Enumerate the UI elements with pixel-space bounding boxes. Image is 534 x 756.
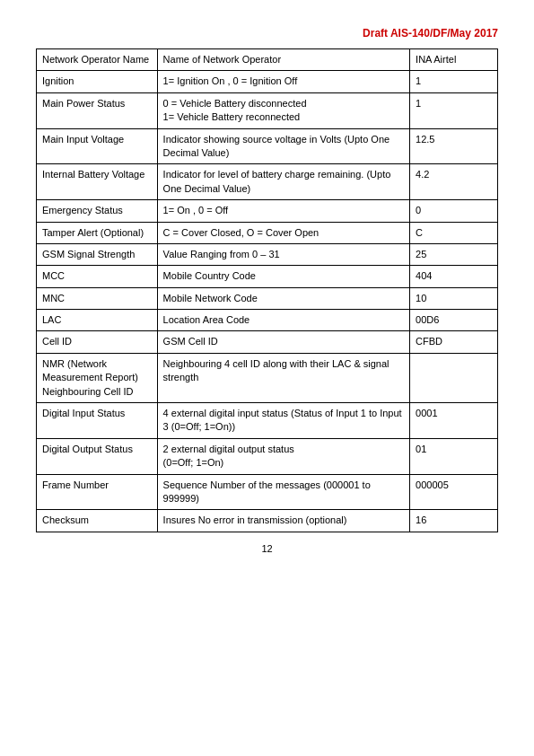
field-value-cell: 10 bbox=[410, 287, 498, 309]
field-value-cell: 000005 bbox=[410, 474, 498, 510]
table-row: LACLocation Area Code00D6 bbox=[37, 310, 498, 331]
field-name-cell: NMR (Network Measurement Report)Neighbou… bbox=[37, 353, 158, 402]
field-name-cell: Digital Input Status bbox=[37, 403, 158, 439]
field-description-cell: Value Ranging from 0 – 31 bbox=[157, 243, 409, 265]
field-description-cell: Sequence Number of the messages (000001 … bbox=[157, 474, 409, 510]
field-description-cell: Name of Network Operator bbox=[157, 49, 409, 71]
table-row: Tamper Alert (Optional)C = Cover Closed,… bbox=[37, 222, 498, 243]
field-value-cell: 1 bbox=[410, 92, 498, 128]
table-row: Frame NumberSequence Number of the messa… bbox=[37, 474, 498, 510]
field-value-cell: 0 bbox=[410, 200, 498, 222]
header-title: Draft AIS-140/DF/May 2017 bbox=[363, 27, 498, 40]
table-row: Cell IDGSM Cell IDCFBD bbox=[37, 331, 498, 353]
field-description-cell: 4 external digital input status (Status … bbox=[157, 403, 409, 439]
field-description-cell: Indicator showing source voltage in Volt… bbox=[157, 128, 409, 164]
table-row: ChecksumInsures No error in transmission… bbox=[37, 510, 498, 532]
table-row: Network Operator NameName of Network Ope… bbox=[37, 49, 498, 71]
field-name-cell: Internal Battery Voltage bbox=[37, 164, 158, 200]
table-row: Ignition1= Ignition On , 0 = Ignition Of… bbox=[37, 71, 498, 92]
field-value-cell: 0001 bbox=[410, 403, 498, 439]
table-row: GSM Signal StrengthValue Ranging from 0 … bbox=[37, 243, 498, 265]
field-value-cell: 00D6 bbox=[410, 310, 498, 331]
field-name-cell: Main Power Status bbox=[37, 92, 158, 128]
field-name-cell: Tamper Alert (Optional) bbox=[37, 222, 158, 243]
field-value-cell: INA Airtel bbox=[410, 49, 498, 71]
field-value-cell: 12.5 bbox=[410, 128, 498, 164]
field-name-cell: Emergency Status bbox=[37, 200, 158, 222]
field-name-cell: MCC bbox=[37, 266, 158, 287]
field-description-cell: Location Area Code bbox=[157, 310, 409, 331]
table-row: Main Input VoltageIndicator showing sour… bbox=[37, 128, 498, 164]
table-row: Main Power Status0 = Vehicle Battery dis… bbox=[37, 92, 498, 128]
table-row: MCCMobile Country Code404 bbox=[37, 266, 498, 287]
field-value-cell: 4.2 bbox=[410, 164, 498, 200]
field-description-cell: 1= On , 0 = Off bbox=[157, 200, 409, 222]
field-description-cell: Insures No error in transmission (option… bbox=[157, 510, 409, 532]
data-table: Network Operator NameName of Network Ope… bbox=[36, 48, 498, 532]
field-description-cell: 2 external digital output status(0=Off; … bbox=[157, 438, 409, 474]
field-name-cell: Cell ID bbox=[37, 331, 158, 353]
field-description-cell: Mobile Country Code bbox=[157, 266, 409, 287]
field-description-cell: 1= Ignition On , 0 = Ignition Off bbox=[157, 71, 409, 92]
field-description-cell: Neighbouring 4 cell ID along with their … bbox=[157, 353, 409, 402]
field-name-cell: Frame Number bbox=[37, 474, 158, 510]
field-description-cell: Indicator for level of battery charge re… bbox=[157, 164, 409, 200]
field-value-cell bbox=[410, 353, 498, 402]
table-row: Digital Output Status2 external digital … bbox=[37, 438, 498, 474]
field-name-cell: Checksum bbox=[37, 510, 158, 532]
field-description-cell: Mobile Network Code bbox=[157, 287, 409, 309]
field-name-cell: MNC bbox=[37, 287, 158, 309]
table-row: Digital Input Status4 external digital i… bbox=[37, 403, 498, 439]
field-value-cell: 16 bbox=[410, 510, 498, 532]
field-value-cell: C bbox=[410, 222, 498, 243]
field-name-cell: Ignition bbox=[37, 71, 158, 92]
field-name-cell: GSM Signal Strength bbox=[37, 243, 158, 265]
field-description-cell: 0 = Vehicle Battery disconnected1= Vehic… bbox=[157, 92, 409, 128]
document-header: Draft AIS-140/DF/May 2017 bbox=[36, 27, 498, 40]
field-name-cell: LAC bbox=[37, 310, 158, 331]
page-number: 12 bbox=[261, 543, 272, 554]
field-value-cell: 1 bbox=[410, 71, 498, 92]
table-row: MNCMobile Network Code10 bbox=[37, 287, 498, 309]
page-footer: 12 bbox=[36, 543, 498, 554]
table-row: Internal Battery VoltageIndicator for le… bbox=[37, 164, 498, 200]
field-value-cell: 01 bbox=[410, 438, 498, 474]
field-value-cell: 25 bbox=[410, 243, 498, 265]
field-value-cell: 404 bbox=[410, 266, 498, 287]
field-name-cell: Digital Output Status bbox=[37, 438, 158, 474]
field-value-cell: CFBD bbox=[410, 331, 498, 353]
field-name-cell: Main Input Voltage bbox=[37, 128, 158, 164]
table-row: Emergency Status1= On , 0 = Off0 bbox=[37, 200, 498, 222]
field-description-cell: GSM Cell ID bbox=[157, 331, 409, 353]
table-row: NMR (Network Measurement Report)Neighbou… bbox=[37, 353, 498, 402]
field-description-cell: C = Cover Closed, O = Cover Open bbox=[157, 222, 409, 243]
field-name-cell: Network Operator Name bbox=[37, 49, 158, 71]
